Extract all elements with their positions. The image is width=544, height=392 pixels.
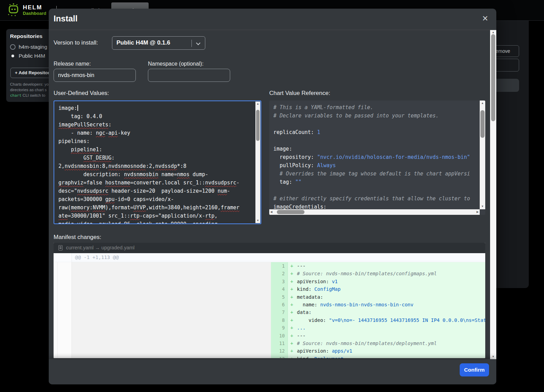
- select-divider: [191, 40, 192, 47]
- confirm-button[interactable]: Confirm: [460, 363, 489, 376]
- namespace-label: Namespace (optional):: [148, 61, 204, 67]
- chevron-down-icon: [196, 41, 200, 45]
- diff-row: 6+ name: nvds-nmos-bin-nvds-nmos-bin-con…: [54, 301, 485, 308]
- version-label: Version to install:: [54, 39, 98, 46]
- manifest-changes-heading: Manifest changes:: [54, 234, 101, 241]
- cvr-vertical-scrollbar[interactable]: ▲ ▼: [480, 101, 485, 209]
- modal-header-divider: [49, 30, 496, 30]
- diff-file-header: current.yaml → upgraded.yaml: [54, 243, 485, 253]
- cvr-horizontal-scrollbar[interactable]: ◀ ▶: [269, 209, 480, 215]
- brand-dashboard: Dashboard: [23, 11, 46, 16]
- modal-footer: Confirm: [49, 359, 496, 384]
- repo-option-h4m-staging[interactable]: h4m-staging: [10, 44, 47, 50]
- helm-robot-icon: [7, 3, 20, 17]
- version-select[interactable]: Public H4M @ 0.1.6: [112, 36, 205, 50]
- editor-content[interactable]: image: tag: 0.4.0imagePullSecrets: - nam…: [54, 101, 255, 224]
- diff-row: 5+metadata:: [54, 293, 485, 301]
- diff-row: 13+kind: Deployment: [54, 355, 485, 358]
- helm-dashboard-logo[interactable]: HELM Dashboard: [7, 3, 46, 17]
- modal-scrollbar[interactable]: ▲ ▼: [490, 30, 496, 359]
- repo-label: h4m-staging: [19, 44, 47, 50]
- chart-value-reference-panel: # This is a YAML-formatted file.# Declar…: [269, 101, 485, 215]
- diff-row: 4+kind: ConfigMap: [54, 285, 485, 293]
- diff-row: 2+# Source: nvds-nmos-bin/templates/conf…: [54, 270, 485, 277]
- diff-row: 1+---: [54, 262, 485, 270]
- editor-scrollbar[interactable]: ▲ ▼: [255, 102, 260, 223]
- diff-row: 3+apiVersion: v1: [54, 278, 485, 285]
- diff-hunk-header: @@ -1 +1,113 @@: [75, 255, 119, 260]
- diff-row: 8+ video: "v=0\no=- 1443716955 144371695…: [54, 316, 485, 324]
- diff-file-names: current.yaml → upgraded.yaml: [66, 245, 134, 250]
- repositories-title: Repositories: [10, 33, 43, 39]
- chart-code-text: chart: [10, 93, 21, 98]
- version-selected-value: Public H4M @ 0.1.6: [116, 39, 170, 46]
- install-modal: Install ✕ Version to install: Public H4M…: [49, 9, 496, 384]
- diff-rows: 1+---2+# Source: nvds-nmos-bin/templates…: [54, 262, 485, 358]
- user-defined-values-editor[interactable]: image: tag: 0.4.0imagePullSecrets: - nam…: [54, 101, 261, 224]
- radio-selected-icon[interactable]: [10, 53, 16, 59]
- brand-helm: HELM: [23, 4, 46, 11]
- diff-row: 11+# Source: nvds-nmos-bin/templates/dep…: [54, 340, 485, 347]
- namespace-input[interactable]: [148, 69, 230, 82]
- diff-row: 7+data:: [54, 308, 485, 316]
- diff-row: 12+apiVersion: apps/v1: [54, 347, 485, 355]
- user-defined-values-heading: User-Defined Values:: [54, 90, 109, 97]
- diff-row: 9+...: [54, 324, 485, 332]
- close-icon[interactable]: ✕: [482, 15, 488, 22]
- diff-row: 10+---: [54, 332, 485, 340]
- diff-hunk-row: @@ -1 +1,113 @@: [54, 253, 485, 262]
- manifest-diff-panel: current.yaml → upgraded.yaml @@ -1 +1,11…: [54, 243, 485, 358]
- app-root: HELM Dashboard Installed Repository NVID…: [0, 0, 544, 392]
- chart-reference-content: # This is a YAML-formatted file.# Declar…: [269, 101, 470, 211]
- brand-text: HELM Dashboard: [23, 4, 46, 16]
- release-name-input[interactable]: nvds-nmos-bin: [54, 69, 136, 82]
- radio-unselected-icon[interactable]: [10, 44, 16, 50]
- modal-title: Install: [54, 14, 77, 23]
- repo-label: Public H4M: [19, 53, 45, 59]
- release-name-label: Release name:: [54, 61, 91, 67]
- chart-value-reference-heading: Chart Value Reference:: [269, 90, 330, 97]
- file-icon: [58, 245, 63, 250]
- repo-option-public-h4m[interactable]: Public H4M: [10, 53, 45, 59]
